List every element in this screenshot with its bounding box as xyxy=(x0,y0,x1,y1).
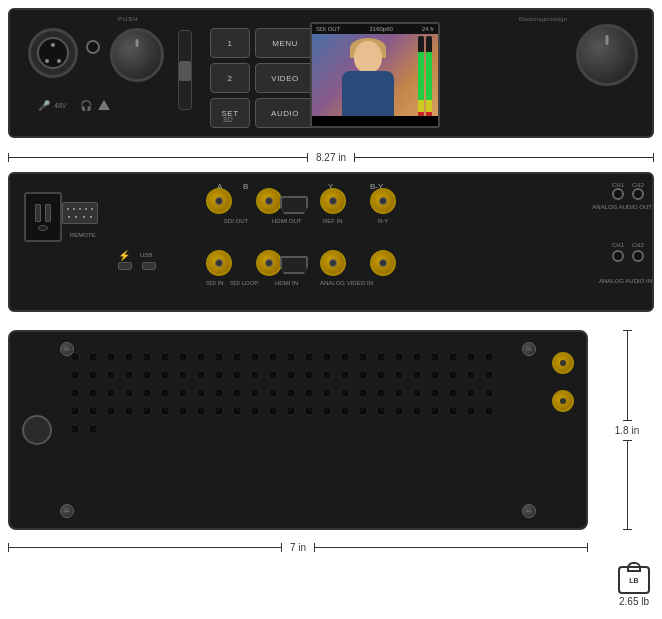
xlr-pin-2 xyxy=(45,59,49,63)
trs-ch2-out xyxy=(632,188,644,200)
width-bottom-label: 7 in xyxy=(282,542,314,553)
vent-row-1 xyxy=(70,352,500,434)
vent-hole xyxy=(286,352,296,362)
analog-audio-in-jacks xyxy=(612,250,644,262)
trs-ch1-out xyxy=(612,188,624,200)
button-menu[interactable]: MENU xyxy=(255,28,315,58)
db9-pin xyxy=(75,216,77,218)
hdmi-out-port xyxy=(280,196,308,214)
bnc-sdi-in xyxy=(206,250,232,276)
db9-pin xyxy=(83,216,85,218)
vent-hole xyxy=(376,370,386,380)
side-bnc-1 xyxy=(552,352,574,374)
button-set[interactable]: SET xyxy=(210,98,250,128)
hdmi-out-label: HDMI OUT xyxy=(272,218,302,224)
bnc-b-y-in xyxy=(370,250,396,276)
xlr-connector xyxy=(28,28,78,78)
48v-label: 48V xyxy=(54,102,66,109)
analog-video-in-label: ANALOG VIDEO IN xyxy=(320,280,373,286)
button-audio[interactable]: AUDIO xyxy=(255,98,315,128)
vent-hole xyxy=(214,406,224,416)
trs-ch1-in xyxy=(612,250,624,262)
bnc-sdi-loop xyxy=(256,250,282,276)
hdmi-in-label: HDMI IN xyxy=(275,280,298,286)
button-1[interactable]: 1 xyxy=(210,28,250,58)
vent-hole xyxy=(430,388,440,398)
vent-hole xyxy=(340,370,350,380)
vent-hole xyxy=(340,388,350,398)
ch2-in-label: CH2 xyxy=(632,242,644,248)
vent-hole xyxy=(88,424,98,434)
db9-pin xyxy=(79,208,81,210)
vent-hole xyxy=(70,370,80,380)
db9-pins xyxy=(63,203,97,223)
usb-c-port-2 xyxy=(142,262,156,270)
vent-hole xyxy=(142,406,152,416)
vent-hole xyxy=(196,352,206,362)
vent-hole xyxy=(304,388,314,398)
dim-line-left xyxy=(8,157,308,158)
vent-hole xyxy=(142,370,152,380)
format-value: 2160p60 xyxy=(369,26,392,32)
bnc-center xyxy=(379,197,387,205)
sdi-in-bnc-group xyxy=(206,250,282,276)
display-content xyxy=(312,34,438,116)
vent-hole xyxy=(322,406,332,416)
power-prong-left xyxy=(35,204,41,222)
vent-hole xyxy=(142,388,152,398)
weight-unit: LB xyxy=(629,577,638,584)
analog-audio-out-jacks xyxy=(612,188,644,200)
vent-hole xyxy=(268,388,278,398)
fader-slider[interactable] xyxy=(178,30,192,110)
slider-thumb xyxy=(179,61,191,81)
xlr-pin-1 xyxy=(51,43,55,47)
sdi-in-label: SDI IN xyxy=(206,280,224,286)
button-2[interactable]: 2 xyxy=(210,63,250,93)
vent-hole xyxy=(340,406,350,416)
bnc-center xyxy=(329,197,337,205)
vent-hole xyxy=(70,406,80,416)
mount-screw-br xyxy=(522,504,536,518)
vent-hole xyxy=(376,406,386,416)
width-top-label: 8.27 in xyxy=(308,152,354,163)
button-video[interactable]: VIDEO xyxy=(255,63,315,93)
analog-audio-out-label: ANALOG AUDIO OUT xyxy=(592,204,652,210)
buffer-value: 24 fr xyxy=(422,26,434,32)
vent-hole xyxy=(178,352,188,362)
vent-hole xyxy=(304,370,314,380)
right-knob[interactable] xyxy=(576,24,638,86)
blackmagic-logo: Blackmagicdesign xyxy=(519,16,567,22)
trs-ch2-in xyxy=(632,250,644,262)
vent-hole xyxy=(196,370,206,380)
vent-hole xyxy=(250,370,260,380)
analog-video-top-bnc xyxy=(320,188,396,214)
vent-hole xyxy=(124,352,134,362)
vent-hole xyxy=(484,352,494,362)
vent-hole xyxy=(160,406,170,416)
meter-right xyxy=(426,36,432,116)
power-prong-right xyxy=(45,204,51,222)
vent-hole xyxy=(214,388,224,398)
bnc-center xyxy=(329,259,337,267)
vent-hole xyxy=(448,352,458,362)
vent-hole xyxy=(394,388,404,398)
push-label: PUSH xyxy=(118,16,139,22)
xlr-inner xyxy=(37,37,69,69)
button-group: 1 MENU 2 VIDEO SET AUDIO xyxy=(210,28,315,128)
vent-hole xyxy=(448,370,458,380)
sdi-out-bnc-group xyxy=(206,188,282,214)
side-xlr xyxy=(22,415,52,445)
bnc-sdi-out-b xyxy=(256,188,282,214)
meter-green-r xyxy=(426,52,432,100)
vent-hole xyxy=(232,370,242,380)
vent-hole xyxy=(304,352,314,362)
vent-hole xyxy=(268,406,278,416)
back-panel: REMOTE ⚡ USB A B SDI OUT xyxy=(8,172,654,312)
vent-hole xyxy=(394,406,404,416)
db9-pin xyxy=(67,208,69,210)
side-panel xyxy=(8,330,588,530)
left-knob[interactable] xyxy=(110,28,164,82)
vent-hole xyxy=(322,352,332,362)
sdi-loop-label: SDI LOOP xyxy=(230,280,258,286)
sdi-out-label: SDI OUT xyxy=(206,218,266,224)
